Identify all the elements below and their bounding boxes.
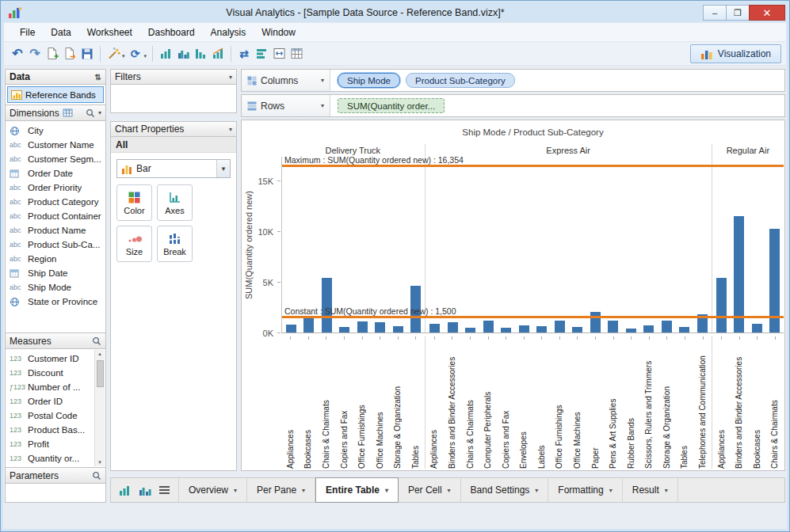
menu-worksheet[interactable]: Worksheet [79,24,140,41]
bar-delivery-truck-appliances[interactable] [286,325,296,332]
tab-per-cell[interactable]: Per Cell▾ [399,478,461,502]
chevron-down-icon[interactable]: ▾ [321,102,324,109]
fit-view-icon[interactable] [270,44,288,63]
dimension-order-date[interactable]: Order Date [6,166,105,180]
menu-window[interactable]: Window [254,24,303,41]
redo-icon[interactable]: ↷ [26,44,44,63]
horizontal-bars-icon[interactable] [253,44,270,63]
sort-ascending-icon[interactable] [209,44,227,63]
close-button[interactable]: ✕ [749,5,785,21]
format-wand-dropdown-icon[interactable]: ▾ [122,53,125,59]
bar-express-air-computer-peripherals[interactable] [483,321,494,332]
tab-band-settings[interactable]: Band Settings▾ [461,478,549,502]
filters-header[interactable]: Filters ▾ [110,69,237,85]
tab-overview[interactable]: Overview▾ [179,478,247,502]
bar-regular-air-binders-and-binder-accessories[interactable] [734,216,744,332]
search-icon[interactable] [86,108,95,118]
chevron-down-icon[interactable]: ▾ [321,77,324,84]
measures-header[interactable]: Measures [5,333,106,349]
chevron-down-icon[interactable]: ▾ [302,487,305,494]
dimension-product-sub-ca[interactable]: abcProduct Sub-Ca... [6,238,105,252]
scroll-down-icon[interactable]: ▼ [97,458,102,466]
scope-row[interactable]: All [111,137,236,153]
new-worksheet-icon[interactable] [44,44,61,63]
new-view-icon[interactable] [119,484,132,496]
bar-regular-air-appliances[interactable] [716,278,727,332]
menu-file[interactable]: File [12,24,43,41]
bar-express-air-chairs-chairmats[interactable] [465,328,475,332]
search-icon[interactable] [92,336,101,346]
refresh-icon[interactable]: ⟳ [127,44,144,63]
dimension-region[interactable]: abcRegion [6,252,105,266]
chevron-down-icon[interactable]: ▾ [385,487,388,494]
pill-ship-mode[interactable]: Ship Mode [338,73,400,88]
bar-express-air-tables[interactable] [679,327,689,332]
measure-discount[interactable]: 123Discount [6,366,94,380]
menu-dashboard[interactable]: Dashboard [140,24,203,41]
chevron-down-icon[interactable]: ▼ [216,160,230,177]
measure-product-bas[interactable]: 123Product Bas... [6,423,94,437]
bar-delivery-truck-storage-organization[interactable] [393,326,403,332]
chevron-down-icon[interactable]: ▾ [665,487,668,494]
dimension-state-or-province[interactable]: State or Province [6,294,105,309]
measure-profit[interactable]: 123Profit [6,437,94,451]
scrollbar-thumb[interactable] [97,360,104,387]
bar-delivery-truck-copiers-and-fax[interactable] [339,327,349,332]
search-icon[interactable] [92,471,101,481]
bar-express-air-appliances[interactable] [429,324,440,332]
chart-properties-header[interactable]: Chart Properties ▾ [110,121,237,137]
save-icon[interactable] [78,44,96,63]
dimension-customer-name[interactable]: abcCustomer Name [6,138,105,152]
bar-express-air-scissors-rulers-and-trimmers[interactable] [643,325,654,332]
measure-quantity-or[interactable]: 123Quantity or... [6,451,94,466]
chevron-down-icon[interactable]: ▾ [98,109,101,116]
axes-button[interactable]: Axes [157,184,193,221]
dimension-ship-mode[interactable]: abcShip Mode [6,280,105,294]
dimension-order-priority[interactable]: abcOrder Priority [6,180,105,195]
title-bar[interactable]: Visual Analytics - [Sample Data Source -… [3,1,787,22]
visualization-button[interactable]: Visualization [690,44,781,63]
bar-express-air-storage-organization[interactable] [662,321,672,332]
format-wand-icon[interactable] [105,44,122,63]
tab-result[interactable]: Result▾ [623,478,678,502]
dimension-customer-segm[interactable]: abcCustomer Segm... [6,152,105,166]
columns-shelf-label[interactable]: Columns ▾ [242,70,330,91]
data-panel-header[interactable]: Data ⇅ [5,69,106,85]
bar-delivery-truck-office-machines[interactable] [375,322,385,332]
bar-regular-air-bookcases[interactable] [752,324,762,332]
bar-delivery-truck-chairs-chairmats[interactable] [322,278,332,332]
chevron-down-icon[interactable]: ▾ [535,487,538,494]
chart-type-select[interactable]: Bar ▼ [116,159,231,178]
bar-express-air-pens-art-supplies[interactable] [608,321,618,332]
tab-entire-table[interactable]: Entire Table▾ [315,477,399,503]
color-button[interactable]: Color [116,184,152,221]
collapse-panel-icon[interactable]: ⇅ [95,73,101,82]
bar-express-air-office-machines[interactable] [572,327,582,332]
tab-formatting[interactable]: Formatting▾ [548,478,622,502]
dimension-product-category[interactable]: abcProduct Category [6,195,105,209]
break-button[interactable]: Break [157,226,193,262]
chevron-down-icon[interactable]: ▾ [229,126,232,133]
rows-shelf-label[interactable]: Rows ▾ [242,95,330,116]
bar-express-air-binders-and-binder-accessories[interactable] [448,322,458,332]
bar-delivery-truck-bookcases[interactable] [303,316,314,332]
chevron-down-icon[interactable]: ▾ [609,487,613,494]
list-view-icon[interactable] [158,484,170,496]
grid-view-icon[interactable] [288,44,305,63]
minimize-button[interactable]: – [703,5,727,21]
duplicate-view-icon[interactable] [139,484,151,496]
menu-data[interactable]: Data [43,24,78,41]
bar-express-air-paper[interactable] [590,312,601,332]
dimension-city[interactable]: City [6,124,105,138]
reference-line-0[interactable] [282,165,784,167]
measures-scrollbar[interactable]: ▲ ▼ [94,350,105,466]
dimensions-header[interactable]: Dimensions ▾ [5,105,106,121]
bar-express-air-copiers-and-fax[interactable] [501,328,511,332]
undo-icon[interactable]: ↶ [9,44,26,63]
chevron-down-icon[interactable]: ▾ [234,487,237,494]
size-button[interactable]: Size [116,226,152,262]
open-worksheet-icon[interactable] [61,44,78,63]
measure-order-id[interactable]: 123Order ID [6,394,94,408]
parameters-header[interactable]: Parameters [5,468,106,484]
bar-delivery-truck-office-furnishings[interactable] [357,321,368,332]
